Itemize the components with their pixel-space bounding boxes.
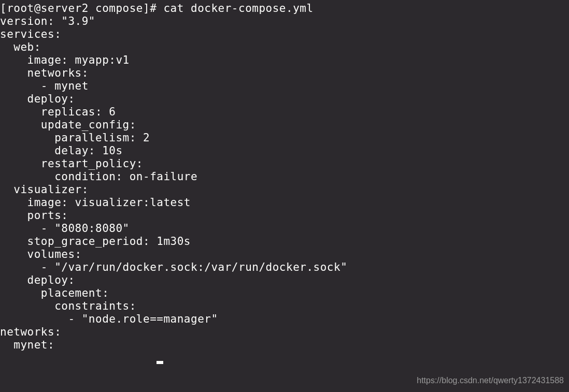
terminal-line: stop_grace_period: 1m30s (0, 235, 569, 248)
terminal-line: delay: 10s (0, 144, 569, 157)
cursor-line (0, 352, 569, 365)
terminal-output[interactable]: [root@server2 compose]# cat docker-compo… (0, 2, 569, 365)
terminal-line: condition: on-failure (0, 170, 569, 183)
terminal-line: restart_policy: (0, 157, 569, 170)
terminal-line: update_config: (0, 119, 569, 132)
terminal-line: deploy: (0, 274, 569, 287)
terminal-line: - mynet (0, 80, 569, 93)
terminal-line: placement: (0, 287, 569, 300)
watermark-text: https://blog.csdn.net/qwerty1372431588 (417, 374, 564, 387)
terminal-line: deploy: (0, 93, 569, 106)
terminal-line: - "8080:8080" (0, 222, 569, 235)
terminal-line: image: myapp:v1 (0, 54, 569, 67)
terminal-line: mynet: (0, 339, 569, 352)
terminal-line: services: (0, 28, 569, 41)
terminal-line: constraints: (0, 300, 569, 313)
terminal-line: ports: (0, 209, 569, 222)
cursor-icon (157, 361, 163, 364)
terminal-line: visualizer: (0, 183, 569, 196)
terminal-line: - "/var/run/docker.sock:/var/run/docker.… (0, 261, 569, 274)
terminal-line: - "node.role==manager" (0, 313, 569, 326)
terminal-line: [root@server2 compose]# cat docker-compo… (0, 2, 569, 15)
terminal-line: networks: (0, 326, 569, 339)
terminal-line: networks: (0, 67, 569, 80)
terminal-line: version: "3.9" (0, 15, 569, 28)
terminal-line: replicas: 6 (0, 106, 569, 119)
terminal-line: parallelism: 2 (0, 132, 569, 144)
terminal-line: volumes: (0, 248, 569, 261)
terminal-line: web: (0, 41, 569, 54)
terminal-line: image: visualizer:latest (0, 196, 569, 209)
